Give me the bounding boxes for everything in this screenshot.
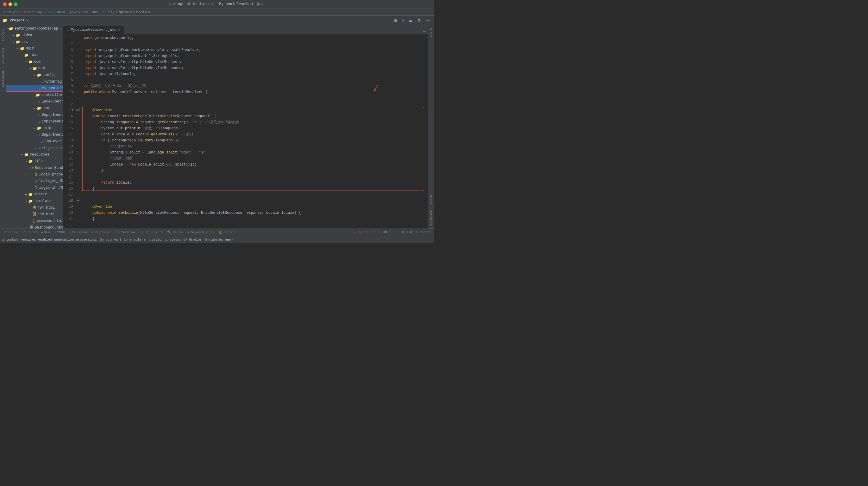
code-line-21[interactable]: //国家，地区 [82,156,428,161]
code-line-15[interactable]: String language = request.getParameter(s… [82,119,428,125]
sidebar-item-structure[interactable]: Structure [0,67,6,90]
code-editor[interactable]: 1 2 3 4 5 6 7 8 9 10 11 12 13 14 15 16 1 [63,34,428,229]
nav-config[interactable]: config [102,10,115,14]
code-line-3[interactable]: import org.springframework.web.servlet.L… [82,47,428,53]
code-line-7[interactable]: import java.util.Locale; [82,71,428,77]
tree-item-i18n[interactable]: ▾ 📁 i18n [6,158,63,164]
profiler-tab[interactable]: ⚡ Profiler [91,230,111,234]
tree-item-src[interactable]: ▾ 📁 src [6,39,63,45]
event-log-tab[interactable]: ⚠ Event Log [353,230,375,234]
nav-com[interactable]: com [82,10,88,14]
dependencies-tab[interactable]: ⊕ Dependencies [187,230,215,234]
code-line-17[interactable]: Locale locale = Locale.getDefault(); //默… [82,131,428,138]
nav-springboot-bootstrap[interactable]: springboot-bootstrap [2,10,42,14]
tree-item-label: SpringbootBootstrapApplication [38,146,63,150]
tree-item-dashboard-html[interactable]: ▶ 🗄 dashboard.html [6,224,63,229]
run-gutter-icon[interactable]: ▶ [76,108,79,112]
tree-item-templates[interactable]: ▾ 📁 templates [6,198,63,204]
more-tabs-button[interactable]: ⋯ [423,29,426,34]
run-gutter-icon2[interactable]: ▶ [78,199,80,202]
code-line-9[interactable]: // 国际化 中文zh-CN - 英文en_US [82,83,428,89]
code-line-20[interactable]: String[] split = language.split(regex: "… [82,150,428,156]
scroll-down-button[interactable]: ▼ [430,35,432,38]
code-line-13[interactable]: @Override [82,107,428,113]
tree-item-departmentdao[interactable]: ▶ ☕ DepartmentDao [6,112,63,118]
tree-item-resource-bundle[interactable]: ▾ 🗂 Resource Bundle 'login' [6,164,63,171]
nav-src[interactable]: src [47,10,53,14]
build-tab[interactable]: 🔨 Build [167,230,183,234]
close-button[interactable] [3,2,7,6]
tree-item-root[interactable]: ▾ 📁 springboot-bootstrap ~/my_idea_proje… [6,25,63,32]
spring-tab[interactable]: 🌿 Spring [218,230,236,234]
code-line-22[interactable]: locale = new Locale(split[0], split[1]); [82,161,428,168]
code-line-29[interactable]: @Override [82,204,428,210]
tree-item-idea[interactable]: ▶ 📁 .idea [6,32,63,39]
tree-item-dao[interactable]: ▾ 📁 dao [6,105,63,112]
code-line-16[interactable]: System.out.println("参数: "+language); [82,125,428,131]
code-line-4[interactable]: import org.springframework.util.StringUt… [82,53,428,59]
run-tab[interactable]: ▶ Run [41,230,50,234]
sidebar-item-project[interactable]: Project [0,25,6,44]
tree-item-static[interactable]: ▶ 📁 static [6,191,63,198]
tree-item-404[interactable]: ▶ 🗄 404.html [6,204,63,211]
tree-item-login-zh[interactable]: ▶ 🗒 login_zh_CN.properties [6,184,63,191]
tab-mylocaleresolver[interactable]: ☕ MyLocaleResolver.java ✕ [63,26,124,34]
tree-item-login-en[interactable]: ▶ 🗒 login_en_US.properties [6,178,63,184]
code-line-5[interactable]: import javax.servlet.http.HttpServletReq… [82,59,428,65]
minimize-button[interactable] [8,2,12,6]
code-line-10[interactable]: public class MyLocaleResolver implements… [82,89,428,95]
tree-item-com[interactable]: ▾ 📁 com [6,59,63,65]
code-line-30[interactable]: public void setLocale(HttpServletRequest… [82,210,428,216]
tree-item-indexcontroller[interactable]: ▶ ☕ IndexController [6,98,63,105]
tree-item-add-html[interactable]: ▶ 🗄 add.html [6,211,63,218]
code-line-25[interactable]: return locale; [82,180,428,186]
problems-tab[interactable]: ⚠ Problems [69,230,88,234]
code-line-26[interactable]: } [82,186,428,192]
terminal-tab[interactable]: ⬛ Terminal [115,230,137,234]
tree-item-pojo[interactable]: ▾ 📁 pojo [6,125,63,131]
code-line-14[interactable]: public Locale resolveLocale(HttpServletR… [82,113,428,119]
impl-gutter-icon[interactable]: @ [79,108,80,112]
close-panel-button[interactable]: — [424,18,432,23]
todo-tab[interactable]: ☑ TODO [54,230,65,234]
tree-item-config[interactable]: ▾ 📁 config [6,72,63,79]
tree-item-department[interactable]: ▶ ☕ Department [6,131,63,138]
tree-item-commons-html[interactable]: ▶ 🗄 commons.html [6,218,63,224]
nav-ckm[interactable]: ckm [92,10,98,14]
endpoints-tab[interactable]: ⬡ Endpoints [141,230,163,234]
tree-item-myconfig[interactable]: ▶ ☕ MyConfig [6,79,63,85]
tree-item-springbootapp[interactable]: ▶ ☕ SpringbootBootstrapApplication [6,145,63,151]
tree-item-java[interactable]: ▾ 📁 java [6,52,63,59]
tree-item-ckm[interactable]: ▾ 📁 ckm [6,65,63,72]
notification-text[interactable]: Lombok requires enabled annotation proce… [6,238,233,242]
sidebar-item-bookmarks[interactable]: Bookmarks [0,44,6,67]
code-line-6[interactable]: import javax.servlet.http.HttpServletRes… [82,65,428,71]
project-dropdown-icon[interactable]: ▾ [27,19,29,22]
tree-item-employee[interactable]: ▶ ☕ Employee [6,138,63,145]
tree-item-resources[interactable]: ▾ 📁 resources [6,151,63,158]
tab-close-button[interactable]: ✕ [118,28,120,32]
tree-item-controller[interactable]: ▾ 📁 controller [6,92,63,98]
code-line-1[interactable]: package com.ckm.config; [82,35,428,41]
collapse-all-button[interactable]: ≡ [400,18,406,23]
settings-button[interactable]: ⚙ [415,18,423,23]
tree-item-main[interactable]: ▾ 📁 main [6,45,63,52]
tree-item-mylocaleresolver[interactable]: ▶ ☕ MyLocaleResolver [6,85,63,92]
maximize-button[interactable] [14,2,18,6]
version-control-tab[interactable]: ⎇ Version Control [2,230,37,234]
warning-indicator[interactable]: ⚠ [430,27,432,30]
sidebar-item-maven[interactable]: Maven [428,192,434,207]
code-line-23[interactable]: } [82,168,428,174]
expand-button[interactable]: ☰ [407,18,414,23]
scroll-up-button[interactable]: ▲ [430,31,432,34]
tab-label: MyLocaleResolver.java [71,28,116,32]
nav-main[interactable]: main [57,10,65,14]
code-line-31[interactable]: } [82,216,428,222]
nav-java[interactable]: java [69,10,77,14]
tree-item-employeedao[interactable]: ▶ ☕ EmployeeDao [6,118,63,125]
scope-button[interactable]: ⊞ [392,18,399,23]
code-line-18[interactable]: if (!StringUtils.isEmpty(language)){ [82,138,428,144]
tree-item-login-props[interactable]: ▶ 🗒 login.properties [6,171,63,178]
code-line-19[interactable]: //分割zh_CN [82,144,428,150]
sidebar-item-database[interactable]: Database [428,207,434,229]
